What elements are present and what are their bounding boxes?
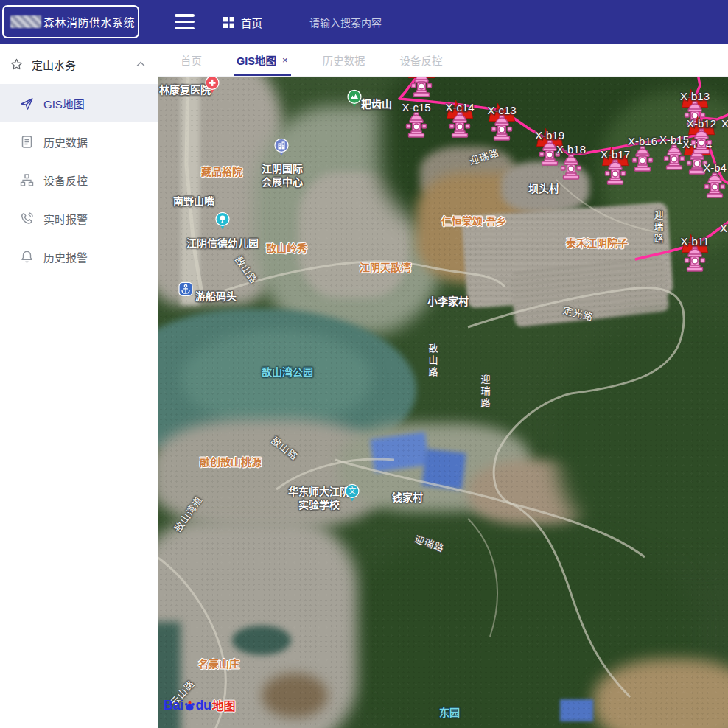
- menu-toggle-icon[interactable]: [175, 14, 195, 29]
- redacted-logo-prefix: [10, 15, 41, 28]
- baidu-map-suffix: 地图: [212, 696, 236, 714]
- tab-device-control[interactable]: 设备反控: [400, 44, 443, 76]
- anchor-icon: [178, 281, 194, 301]
- phone-icon: [20, 211, 34, 225]
- fire-hydrant-icon: [449, 112, 471, 139]
- baidu-paw-icon: [183, 699, 196, 712]
- tab-history-data[interactable]: 历史数据: [323, 44, 365, 76]
- building-icon: [273, 138, 290, 157]
- grid-icon: [223, 17, 234, 28]
- fire-hydrant-icon: [704, 172, 726, 199]
- chevron-up-icon: [136, 61, 145, 67]
- sidebar-item-history-alarm[interactable]: 历史报警: [0, 237, 158, 276]
- hydrant-marker[interactable]: X-b11: [669, 235, 721, 273]
- mountain-icon: [346, 89, 363, 108]
- pipeline-layer: [158, 77, 728, 728]
- fire-hydrant-icon: [690, 128, 713, 155]
- sidebar: 定山水务 GIS地图 历史数据 设备反控 实时报警: [0, 44, 158, 728]
- sitemap-icon: [20, 173, 34, 187]
- hydrant-label: X-c13: [476, 104, 528, 117]
- fire-hydrant-icon: [410, 77, 433, 98]
- bell-icon: [20, 250, 34, 264]
- baidu-maps-attribution: Bai du 地图: [164, 696, 236, 714]
- app-title: 森林消防供水系统: [43, 14, 135, 29]
- fire-hydrant-icon: [405, 112, 427, 139]
- balloon-icon: [214, 211, 231, 231]
- sidebar-item-label: GIS地图: [43, 96, 85, 111]
- tab-gis-map[interactable]: GIS地图 ×: [237, 44, 288, 76]
- sidebar-item-gis-map[interactable]: GIS地图: [0, 84, 158, 122]
- app-header: 森林消防供水系统 首页: [0, 0, 728, 44]
- baidu-brand-left: Bai: [164, 698, 183, 713]
- hydrant-marker[interactable]: X-c13: [476, 104, 528, 141]
- hydrant-label: X-b12: [676, 117, 727, 130]
- sidebar-item-realtime-alarm[interactable]: 实时报警: [0, 199, 158, 237]
- tab-bar: 首页 GIS地图 × 历史数据 设备反控: [158, 44, 728, 77]
- tab-label: GIS地图: [237, 52, 276, 68]
- sidebar-group-dingshan[interactable]: 定山水务: [0, 44, 158, 84]
- baidu-brand-right: du: [196, 698, 211, 713]
- tab-close-icon[interactable]: ×: [282, 55, 288, 66]
- hydrant-label: X-b13: [669, 90, 721, 103]
- document-icon: [20, 135, 34, 149]
- star-icon: [10, 58, 23, 71]
- gis-map-canvas[interactable]: Bai du 地图: [158, 77, 728, 728]
- home-nav-label: 首页: [241, 15, 262, 30]
- sidebar-item-label: 历史数据: [43, 134, 88, 150]
- hydrant-label: X-b4: [689, 161, 728, 175]
- search-input[interactable]: [308, 11, 480, 35]
- sidebar-item-label: 设备反控: [43, 172, 88, 188]
- fire-hydrant-icon: [560, 154, 582, 181]
- tab-label: 首页: [181, 52, 202, 68]
- hydrant-marker[interactable]: X-b12: [676, 117, 727, 155]
- sidebar-item-label: 历史报警: [43, 249, 88, 265]
- sidebar-group-label: 定山水务: [32, 57, 136, 72]
- send-icon: [20, 97, 34, 111]
- app-logo: 森林消防供水系统: [2, 5, 139, 38]
- fire-hydrant-icon: [684, 246, 706, 273]
- tab-label: 设备反控: [400, 52, 443, 68]
- hydrant-marker[interactable]: X-b4: [689, 161, 728, 199]
- hydrant-marker[interactable]: [396, 77, 447, 98]
- school-icon: 文: [344, 483, 360, 503]
- sidebar-item-device-control[interactable]: 设备反控: [0, 161, 158, 199]
- hydrant-label: X-b11: [669, 235, 721, 248]
- svg-text:文: 文: [349, 486, 357, 495]
- hospital-icon: [204, 77, 220, 94]
- home-nav[interactable]: 首页: [223, 0, 262, 44]
- sidebar-item-history-data[interactable]: 历史数据: [0, 122, 158, 161]
- hydrant-label: X-b19: [524, 129, 575, 142]
- tab-home[interactable]: 首页: [181, 44, 202, 76]
- tab-label: 历史数据: [323, 52, 365, 68]
- fire-hydrant-icon: [491, 115, 513, 141]
- sidebar-item-label: 实时报警: [43, 211, 88, 226]
